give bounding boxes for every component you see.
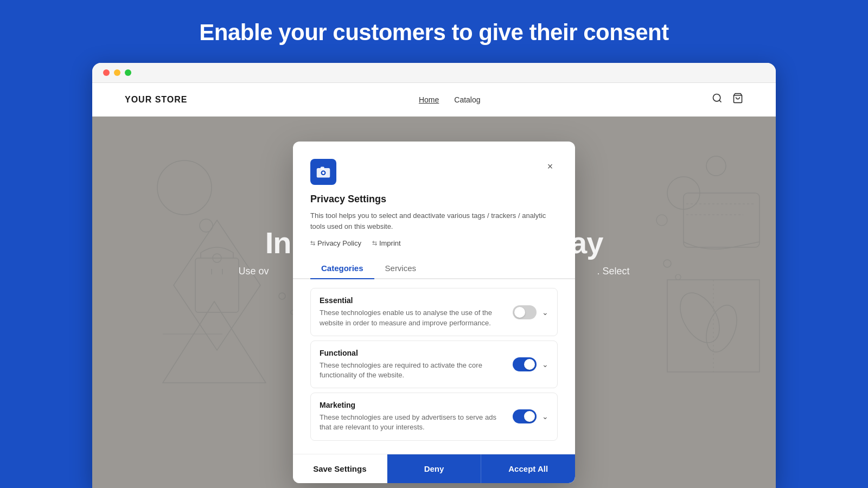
close-button[interactable]: × bbox=[542, 159, 558, 174]
store-header: YOUR STORE Home Catalog bbox=[92, 83, 776, 117]
category-marketing-name: Marketing bbox=[320, 401, 504, 409]
privacy-modal: × Privacy Settings This tool helps you t… bbox=[293, 142, 575, 483]
browser-dot-expand[interactable] bbox=[125, 69, 131, 76]
toggle-essential-thumb bbox=[514, 307, 525, 318]
cart-icon[interactable] bbox=[732, 93, 743, 106]
modal-top-row: × bbox=[310, 159, 558, 185]
category-functional-info: Functional These technologies are requir… bbox=[320, 349, 513, 380]
category-functional-controls: ⌄ bbox=[513, 357, 548, 371]
categories-list: Essential These technologies enable us t… bbox=[310, 279, 558, 449]
modal-content: × Privacy Settings This tool helps you t… bbox=[293, 142, 575, 449]
chevron-essential[interactable]: ⌄ bbox=[542, 308, 548, 317]
store-icons bbox=[712, 93, 743, 106]
browser-dot-minimize[interactable] bbox=[114, 69, 120, 76]
toggle-functional-thumb bbox=[524, 359, 535, 370]
hero-headline-start: In bbox=[265, 226, 291, 260]
category-essential-desc: These technologies enable us to analyse … bbox=[320, 308, 504, 328]
store-nav: Home Catalog bbox=[419, 95, 481, 104]
category-essential-name: Essential bbox=[320, 296, 504, 305]
hero-headline-end: ay bbox=[570, 226, 603, 260]
toggle-essential[interactable] bbox=[513, 305, 537, 319]
toggle-marketing[interactable] bbox=[513, 409, 537, 423]
browser-chrome bbox=[92, 63, 776, 83]
save-settings-button[interactable]: Save Settings bbox=[293, 454, 387, 483]
category-functional-desc: These technologies are required to activ… bbox=[320, 361, 504, 380]
hero-subtext-end: . Select bbox=[597, 266, 630, 277]
toggle-functional[interactable] bbox=[513, 357, 537, 371]
modal-logo-icon bbox=[310, 159, 336, 185]
nav-catalog[interactable]: Catalog bbox=[454, 95, 480, 104]
category-marketing-controls: ⌄ bbox=[513, 409, 548, 423]
category-essential: Essential These technologies enable us t… bbox=[310, 288, 558, 336]
hero-subtext-start: Use ov bbox=[238, 266, 269, 277]
browser-window: YOUR STORE Home Catalog bbox=[92, 63, 776, 488]
toggle-marketing-thumb bbox=[524, 411, 535, 422]
modal-title: Privacy Settings bbox=[310, 194, 558, 205]
category-marketing-desc: These technologies are used by advertise… bbox=[320, 413, 504, 432]
browser-dot-close[interactable] bbox=[103, 69, 110, 76]
store-logo: YOUR STORE bbox=[125, 95, 188, 105]
page-title: Enable your customers to give their cons… bbox=[199, 20, 668, 46]
nav-home[interactable]: Home bbox=[419, 95, 439, 104]
chevron-marketing[interactable]: ⌄ bbox=[542, 412, 548, 421]
category-essential-info: Essential These technologies enable us t… bbox=[320, 296, 513, 328]
svg-point-28 bbox=[322, 172, 324, 174]
category-essential-controls: ⌄ bbox=[513, 305, 548, 319]
svg-line-1 bbox=[719, 100, 722, 102]
category-marketing-info: Marketing These technologies are used by… bbox=[320, 401, 513, 432]
search-icon[interactable] bbox=[712, 93, 723, 106]
modal-overlay: × Privacy Settings This tool helps you t… bbox=[92, 117, 776, 488]
accept-all-button[interactable]: Accept All bbox=[481, 454, 575, 483]
category-marketing: Marketing These technologies are used by… bbox=[310, 393, 558, 440]
deny-button[interactable]: Deny bbox=[387, 454, 482, 483]
svg-rect-29 bbox=[321, 167, 324, 169]
chevron-functional[interactable]: ⌄ bbox=[542, 360, 548, 369]
category-functional: Functional These technologies are requir… bbox=[310, 341, 558, 388]
store-content: In ay Use ov . Select bbox=[92, 117, 776, 488]
category-functional-name: Functional bbox=[320, 349, 504, 357]
svg-point-0 bbox=[713, 94, 720, 101]
modal-footer: Save Settings Deny Accept All bbox=[293, 454, 575, 483]
